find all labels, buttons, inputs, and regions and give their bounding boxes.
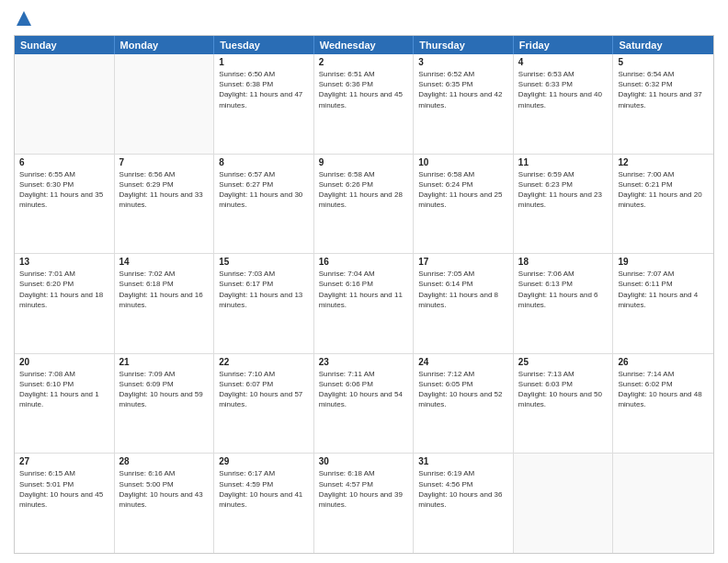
- day-header-sunday: Sunday: [15, 36, 115, 54]
- day-header-thursday: Thursday: [414, 36, 514, 54]
- calendar-row-0: 1Sunrise: 6:50 AM Sunset: 6:38 PM Daylig…: [15, 54, 713, 155]
- day-number: 7: [119, 157, 210, 167]
- cell-info: Sunrise: 6:54 AM Sunset: 6:32 PM Dayligh…: [618, 69, 709, 110]
- day-number: 16: [319, 257, 409, 267]
- calendar-cell: 25Sunrise: 7:13 AM Sunset: 6:03 PM Dayli…: [514, 354, 614, 454]
- day-number: 27: [19, 456, 109, 466]
- calendar-cell: [514, 454, 614, 553]
- day-number: 28: [119, 456, 210, 466]
- calendar-cell: 6Sunrise: 6:55 AM Sunset: 6:30 PM Daylig…: [15, 155, 115, 254]
- day-header-tuesday: Tuesday: [214, 36, 314, 54]
- day-header-friday: Friday: [514, 36, 614, 54]
- calendar-cell: 21Sunrise: 7:09 AM Sunset: 6:09 PM Dayli…: [115, 354, 215, 454]
- calendar-cell: 11Sunrise: 6:59 AM Sunset: 6:23 PM Dayli…: [514, 155, 614, 254]
- page: SundayMondayTuesdayWednesdayThursdayFrid…: [0, 0, 728, 563]
- calendar-cell: 4Sunrise: 6:53 AM Sunset: 6:33 PM Daylig…: [514, 54, 614, 154]
- day-number: 20: [19, 357, 109, 367]
- calendar-row-2: 13Sunrise: 7:01 AM Sunset: 6:20 PM Dayli…: [15, 254, 713, 354]
- cell-info: Sunrise: 7:09 AM Sunset: 6:09 PM Dayligh…: [119, 369, 210, 410]
- calendar-cell: 3Sunrise: 6:52 AM Sunset: 6:35 PM Daylig…: [414, 54, 514, 154]
- cell-info: Sunrise: 7:01 AM Sunset: 6:20 PM Dayligh…: [19, 269, 109, 310]
- calendar-cell: 27Sunrise: 6:15 AM Sunset: 5:01 PM Dayli…: [15, 454, 115, 553]
- cell-info: Sunrise: 6:18 AM Sunset: 4:57 PM Dayligh…: [319, 468, 409, 510]
- day-number: 29: [219, 456, 309, 466]
- calendar-header: SundayMondayTuesdayWednesdayThursdayFrid…: [15, 36, 713, 54]
- cell-info: Sunrise: 6:55 AM Sunset: 6:30 PM Dayligh…: [19, 169, 109, 211]
- cell-info: Sunrise: 6:59 AM Sunset: 6:23 PM Dayligh…: [518, 169, 609, 211]
- calendar-row-1: 6Sunrise: 6:55 AM Sunset: 6:30 PM Daylig…: [15, 155, 713, 255]
- day-number: 8: [219, 157, 309, 167]
- day-number: 4: [518, 57, 609, 67]
- day-header-monday: Monday: [115, 36, 215, 54]
- day-number: 17: [418, 257, 508, 267]
- day-number: 21: [119, 357, 210, 367]
- calendar-cell: 12Sunrise: 7:00 AM Sunset: 6:21 PM Dayli…: [613, 155, 713, 254]
- day-number: 12: [618, 157, 709, 167]
- calendar-cell: 18Sunrise: 7:06 AM Sunset: 6:13 PM Dayli…: [514, 254, 614, 353]
- calendar-row-3: 20Sunrise: 7:08 AM Sunset: 6:10 PM Dayli…: [15, 354, 713, 454]
- calendar-cell: 19Sunrise: 7:07 AM Sunset: 6:11 PM Dayli…: [613, 254, 713, 353]
- calendar-cell: 23Sunrise: 7:11 AM Sunset: 6:06 PM Dayli…: [314, 354, 415, 454]
- cell-info: Sunrise: 7:03 AM Sunset: 6:17 PM Dayligh…: [219, 269, 309, 310]
- cell-info: Sunrise: 6:17 AM Sunset: 4:59 PM Dayligh…: [219, 468, 309, 510]
- cell-info: Sunrise: 7:00 AM Sunset: 6:21 PM Dayligh…: [618, 169, 709, 211]
- day-number: 31: [418, 456, 508, 466]
- day-number: 6: [19, 157, 109, 167]
- day-number: 9: [319, 157, 409, 167]
- calendar-cell: 13Sunrise: 7:01 AM Sunset: 6:20 PM Dayli…: [15, 254, 115, 353]
- cell-info: Sunrise: 7:13 AM Sunset: 6:03 PM Dayligh…: [518, 369, 609, 410]
- cell-info: Sunrise: 7:07 AM Sunset: 6:11 PM Dayligh…: [618, 269, 709, 310]
- calendar-cell: 29Sunrise: 6:17 AM Sunset: 4:59 PM Dayli…: [214, 454, 314, 553]
- calendar-cell: 8Sunrise: 6:57 AM Sunset: 6:27 PM Daylig…: [214, 155, 314, 254]
- calendar-cell: 17Sunrise: 7:05 AM Sunset: 6:14 PM Dayli…: [414, 254, 514, 353]
- calendar-row-4: 27Sunrise: 6:15 AM Sunset: 5:01 PM Dayli…: [15, 454, 713, 553]
- day-number: 26: [618, 357, 709, 367]
- header: [14, 9, 714, 28]
- calendar-cell: [15, 54, 115, 154]
- calendar-cell: 24Sunrise: 7:12 AM Sunset: 6:05 PM Dayli…: [414, 354, 514, 454]
- cell-info: Sunrise: 7:08 AM Sunset: 6:10 PM Dayligh…: [19, 369, 109, 410]
- cell-info: Sunrise: 6:50 AM Sunset: 6:38 PM Dayligh…: [219, 69, 309, 110]
- cell-info: Sunrise: 6:56 AM Sunset: 6:29 PM Dayligh…: [119, 169, 210, 211]
- calendar-cell: 10Sunrise: 6:58 AM Sunset: 6:24 PM Dayli…: [414, 155, 514, 254]
- day-number: 13: [19, 257, 109, 267]
- cell-info: Sunrise: 7:06 AM Sunset: 6:13 PM Dayligh…: [518, 269, 609, 310]
- logo-icon: [15, 9, 33, 28]
- day-header-wednesday: Wednesday: [314, 36, 415, 54]
- cell-info: Sunrise: 6:51 AM Sunset: 6:36 PM Dayligh…: [319, 69, 409, 110]
- calendar-cell: [613, 454, 713, 553]
- calendar-cell: 5Sunrise: 6:54 AM Sunset: 6:32 PM Daylig…: [613, 54, 713, 154]
- cell-info: Sunrise: 6:53 AM Sunset: 6:33 PM Dayligh…: [518, 69, 609, 110]
- calendar-cell: 1Sunrise: 6:50 AM Sunset: 6:38 PM Daylig…: [214, 54, 314, 154]
- day-header-saturday: Saturday: [613, 36, 713, 54]
- cell-info: Sunrise: 7:12 AM Sunset: 6:05 PM Dayligh…: [418, 369, 508, 410]
- day-number: 25: [518, 357, 609, 367]
- calendar-cell: 30Sunrise: 6:18 AM Sunset: 4:57 PM Dayli…: [314, 454, 415, 553]
- day-number: 23: [319, 357, 409, 367]
- day-number: 2: [319, 57, 409, 67]
- calendar-cell: 9Sunrise: 6:58 AM Sunset: 6:26 PM Daylig…: [314, 155, 415, 254]
- day-number: 3: [418, 57, 508, 67]
- calendar-body: 1Sunrise: 6:50 AM Sunset: 6:38 PM Daylig…: [15, 54, 713, 553]
- calendar-cell: 20Sunrise: 7:08 AM Sunset: 6:10 PM Dayli…: [15, 354, 115, 454]
- cell-info: Sunrise: 7:10 AM Sunset: 6:07 PM Dayligh…: [219, 369, 309, 410]
- calendar-cell: 2Sunrise: 6:51 AM Sunset: 6:36 PM Daylig…: [314, 54, 415, 154]
- cell-info: Sunrise: 7:04 AM Sunset: 6:16 PM Dayligh…: [319, 269, 409, 310]
- cell-info: Sunrise: 6:52 AM Sunset: 6:35 PM Dayligh…: [418, 69, 508, 110]
- calendar-cell: 16Sunrise: 7:04 AM Sunset: 6:16 PM Dayli…: [314, 254, 415, 353]
- day-number: 15: [219, 257, 309, 267]
- day-number: 1: [219, 57, 309, 67]
- calendar-cell: 22Sunrise: 7:10 AM Sunset: 6:07 PM Dayli…: [214, 354, 314, 454]
- day-number: 18: [518, 257, 609, 267]
- cell-info: Sunrise: 6:58 AM Sunset: 6:26 PM Dayligh…: [319, 169, 409, 211]
- day-number: 30: [319, 456, 409, 466]
- cell-info: Sunrise: 6:16 AM Sunset: 5:00 PM Dayligh…: [119, 468, 210, 510]
- calendar: SundayMondayTuesdayWednesdayThursdayFrid…: [14, 35, 714, 554]
- cell-info: Sunrise: 6:57 AM Sunset: 6:27 PM Dayligh…: [219, 169, 309, 211]
- calendar-cell: 7Sunrise: 6:56 AM Sunset: 6:29 PM Daylig…: [115, 155, 215, 254]
- cell-info: Sunrise: 7:14 AM Sunset: 6:02 PM Dayligh…: [618, 369, 709, 410]
- svg-marker-0: [17, 11, 31, 26]
- cell-info: Sunrise: 6:58 AM Sunset: 6:24 PM Dayligh…: [418, 169, 508, 211]
- calendar-cell: 15Sunrise: 7:03 AM Sunset: 6:17 PM Dayli…: [214, 254, 314, 353]
- day-number: 5: [618, 57, 709, 67]
